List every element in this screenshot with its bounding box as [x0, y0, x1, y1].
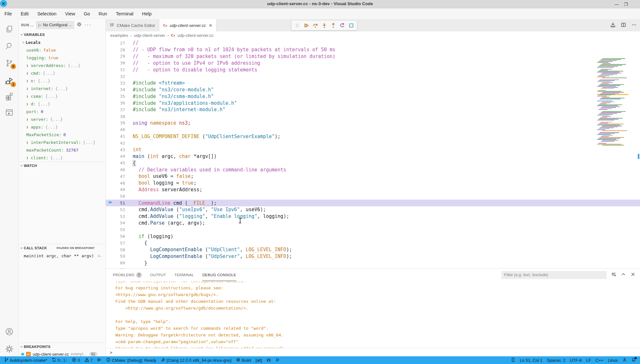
configure-gear-icon[interactable] — [77, 22, 82, 28]
code-line-28[interactable]: 28// - UDP flow from n0 to n1 of 1024 by… — [106, 46, 640, 53]
panel-tab-problems[interactable]: PROBLEMS7 — [113, 269, 142, 281]
code-line-36[interactable]: 36#include "ns3/applications-module.h" — [106, 100, 640, 106]
variable-row-apps[interactable]: ❯apps:{...} — [19, 123, 105, 131]
variable-row-MaxPacketSize[interactable]: MaxPacketSize:0 — [19, 131, 105, 138]
code-line-56[interactable]: 56 if (logging) — [106, 233, 640, 240]
code-line-61[interactable]: 61 — [106, 266, 640, 269]
breadcrumb-item[interactable]: udp-client-server.cc — [177, 33, 214, 38]
breadcrumb-item[interactable]: udp-client-server — [134, 33, 165, 38]
explorer-icon[interactable] — [0, 24, 19, 35]
extensions-icon[interactable] — [0, 91, 19, 102]
code-line-57[interactable]: 57 { — [106, 240, 640, 246]
statusbar--clang-12-0-0-x86-64-pc-linux-gnu-[interactable]: [Clang 12.0.0 x86_64-pc-linux-gnu] — [159, 356, 234, 364]
panel-tab-debug-console[interactable]: DEBUG CONSOLE — [202, 269, 236, 281]
statusbar-dlaunch[interactable] — [95, 356, 104, 364]
statusbar-feedback[interactable] — [620, 356, 629, 364]
statusbar-build[interactable]: Build — [234, 356, 253, 364]
variable-row-logging[interactable]: logging:true — [19, 54, 105, 62]
toolbar-grip-handle[interactable] — [293, 21, 301, 29]
account-icon[interactable] — [0, 326, 19, 337]
statusbar-ln-51-col-1[interactable]: Ln 51, Col 1 — [518, 356, 544, 364]
menu-item-run[interactable]: Run — [99, 11, 107, 16]
stack-frame-main[interactable]: main(int argc, char ** argv) u. — [19, 252, 105, 260]
restart-button[interactable] — [338, 21, 346, 29]
variable-row-server[interactable]: ❯server:{...} — [19, 115, 105, 123]
code-line-50[interactable]: 50 — [106, 193, 640, 200]
minimap[interactable] — [597, 57, 628, 149]
statusbar-lf[interactable]: LF — [584, 356, 593, 364]
panel-tab-terminal[interactable]: TERMINAL — [174, 269, 194, 281]
code-line-55[interactable]: 55 — [106, 226, 640, 233]
minimize-button[interactable]: — — [615, 0, 619, 8]
statusbar-0-1-[interactable]: 0↓ 1↑ — [49, 356, 70, 364]
breadcrumb[interactable]: examples›udp-client-server›C+udp-client-… — [106, 31, 640, 39]
variable-row-interPacketInterval[interactable]: ❯interPacketInterval:{...} — [19, 138, 105, 146]
statusbar--all-[interactable]: [all] — [253, 356, 264, 364]
code-line-44[interactable]: 44main (int argc, char *argv[]) — [106, 153, 640, 160]
run-below-icon[interactable] — [610, 22, 616, 29]
menu-item-file[interactable]: File — [4, 11, 12, 16]
code-line-46[interactable]: 46 // Declare variables used in command-… — [106, 166, 640, 173]
code-line-38[interactable]: 38 — [106, 113, 640, 120]
search-icon[interactable] — [0, 40, 19, 51]
code-line-59[interactable]: 59 LogComponentEnable ("UdpServer", LOG_… — [106, 253, 640, 260]
code-line-53[interactable]: 53 cmd.AddValue ("logging", "Enable logg… — [106, 213, 640, 220]
tab-cmake-cache-editor[interactable]: CMake Cache Editor — [106, 19, 159, 31]
code-line-48[interactable]: 48 bool logging = true; — [106, 180, 640, 186]
menu-item-view[interactable]: View — [65, 11, 75, 16]
variable-row-useV6[interactable]: useV6:false — [19, 46, 105, 54]
debug-console-output[interactable]: Type "show configuration" for configurat… — [106, 281, 640, 348]
code-line-31[interactable]: 31// - option to disable logging stateme… — [106, 66, 640, 73]
locals-scope[interactable]: ˅ Locals — [19, 38, 105, 46]
variable-row-maxPacketCount[interactable]: maxPacketCount:32767 — [19, 146, 105, 154]
variable-row-client[interactable]: ❯client:{...} — [19, 154, 105, 161]
statusbar-c-[interactable]: C++ — [593, 356, 606, 364]
more-actions-icon[interactable] — [631, 22, 637, 29]
code-line-49[interactable]: 49 Address serverAddress; — [106, 186, 640, 193]
statusbar-cmake-debug-ready[interactable]: CMake: [Debug]: Ready — [104, 356, 159, 364]
maximize-panel-icon[interactable] — [621, 272, 626, 278]
statusbar-utf-8[interactable]: UTF-8 — [568, 356, 584, 364]
tab-udp-client-server-cc[interactable]: C+udp-client-server.cc✕ — [159, 19, 216, 31]
menu-item-edit[interactable]: Edit — [21, 11, 29, 16]
menu-item-terminal[interactable]: Terminal — [116, 11, 133, 16]
code-editor[interactable]: 27//28// - UDP flow from n0 to n1 of 102… — [106, 39, 640, 269]
code-line-40[interactable]: 40 — [106, 126, 640, 133]
code-line-51[interactable]: 51 CommandLine cmd (__FILE__); — [106, 200, 640, 206]
close-panel-icon[interactable] — [630, 272, 636, 278]
statusbar-7[interactable]: 7 — [82, 356, 95, 364]
source-control-icon[interactable]: 6 — [0, 58, 19, 69]
breadcrumb-item[interactable]: examples — [110, 33, 128, 38]
launch-config-dropdown[interactable]: ▷ No Configural ⌄ — [36, 21, 74, 29]
continue-button[interactable] — [302, 21, 310, 29]
statusbar-linux[interactable]: Linux — [606, 356, 620, 364]
statusbar-device[interactable] — [509, 356, 518, 364]
variable-row-n[interactable]: ❯n:{...} — [19, 77, 105, 85]
code-line-37[interactable]: 37#include "ns3/internet-module.h" — [106, 106, 640, 113]
code-line-30[interactable]: 30// - option to use IPv4 or IPv6 addres… — [106, 60, 640, 66]
menu-item-selection[interactable]: Selection — [37, 11, 56, 16]
console-filter-input[interactable] — [501, 271, 607, 279]
variable-row-internet[interactable]: ❯internet:{...} — [19, 85, 105, 92]
breakpoint-row[interactable]: udp-client-server.cc exampl... 51 — [19, 351, 105, 356]
statusbar-spaces-2[interactable]: Spaces: 2 — [545, 356, 568, 364]
variables-section-header[interactable]: ˅ VARIABLES — [19, 31, 105, 38]
run-view-icon[interactable] — [0, 107, 19, 118]
code-line-34[interactable]: 34#include "ns3/core-module.h" — [106, 87, 640, 93]
code-line-42[interactable]: 42 — [106, 140, 640, 146]
split-editor-icon[interactable] — [621, 22, 626, 29]
code-line-27[interactable]: 27// — [106, 40, 640, 46]
variable-row-cmd[interactable]: ❯cmd:{...} — [19, 69, 105, 77]
code-line-41[interactable]: 41NS_LOG_COMPONENT_DEFINE ("UdpClientSer… — [106, 133, 640, 140]
code-line-39[interactable]: 39using namespace ns3; — [106, 120, 640, 127]
code-line-45[interactable]: 45{ — [106, 160, 640, 166]
code-line-29[interactable]: 29// - maximum of 320 packets sent (or l… — [106, 53, 640, 60]
code-line-43[interactable]: 43int — [106, 146, 640, 153]
code-line-33[interactable]: 33#include <fstream> — [106, 80, 640, 87]
code-line-58[interactable]: 58 LogComponentEnable ("UdpClient", LOG_… — [106, 246, 640, 253]
callstack-section-header[interactable]: ˅ CALL STACK PAUSED ON BREAKPOINT — [19, 244, 105, 252]
statusbar-bell[interactable] — [629, 356, 638, 364]
statusbar-0[interactable]: 0 — [70, 356, 82, 364]
statusbar-bug[interactable] — [264, 356, 273, 364]
menu-item-go[interactable]: Go — [84, 11, 90, 16]
